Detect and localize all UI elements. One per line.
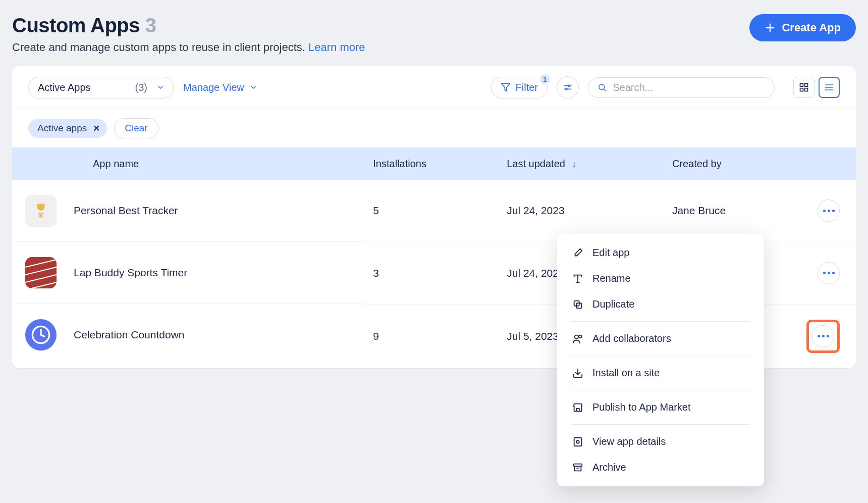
app-icon-clock — [25, 319, 57, 350]
row-actions-button[interactable] — [818, 262, 840, 284]
divider — [784, 78, 784, 96]
search-field[interactable] — [588, 77, 775, 98]
search-input[interactable] — [613, 82, 765, 93]
svg-point-6 — [566, 88, 567, 90]
highlight-annotation — [806, 320, 840, 353]
row-actions-button[interactable] — [812, 325, 834, 347]
created-by: Jane Bruce — [664, 180, 798, 242]
svg-rect-9 — [800, 84, 803, 87]
row-context-menu: Edit app Rename Duplicate Add collaborat… — [557, 234, 764, 486]
filter-chip-active-apps[interactable]: Active apps ✕ — [28, 119, 107, 138]
svg-rect-31 — [574, 464, 582, 466]
page-subtitle: Create and manage custom apps to reuse i… — [12, 41, 365, 54]
sliders-icon — [563, 82, 573, 92]
sort-desc-icon: ↓ — [572, 159, 576, 169]
install-count: 3 — [365, 242, 499, 304]
plus-icon — [765, 22, 776, 33]
users-icon — [572, 333, 583, 344]
remove-chip-icon[interactable]: ✕ — [93, 123, 100, 134]
svg-line-8 — [604, 89, 606, 91]
list-view-toggle[interactable] — [819, 77, 840, 98]
svg-rect-12 — [805, 88, 808, 91]
col-app-name[interactable]: App name — [12, 148, 365, 180]
filter-count-badge: 1 — [539, 73, 551, 85]
menu-publish-market[interactable]: Publish to App Market — [557, 394, 764, 420]
chevron-down-icon — [156, 83, 165, 91]
menu-archive[interactable]: Archive — [557, 455, 764, 480]
more-icon — [823, 210, 835, 212]
last-updated: Jul 24, 2023 — [499, 180, 664, 242]
app-icon-trophy — [25, 195, 57, 226]
svg-rect-10 — [805, 84, 808, 87]
app-icon-track — [25, 257, 57, 288]
table-row[interactable]: Personal Best Tracker 5 Jul 24, 2023 Jan… — [12, 180, 856, 242]
svg-point-30 — [576, 440, 579, 443]
text-icon — [572, 273, 583, 284]
duplicate-icon — [572, 299, 583, 310]
menu-separator — [571, 390, 750, 390]
app-name: Lap Buddy Sports Timer — [74, 267, 187, 279]
app-name: Celebration Countdown — [74, 329, 184, 341]
menu-rename[interactable]: Rename — [557, 266, 764, 291]
grid-icon — [799, 82, 809, 92]
svg-point-4 — [568, 85, 570, 86]
pencil-icon — [572, 247, 583, 259]
settings-sliders-button[interactable] — [557, 76, 579, 98]
svg-point-27 — [579, 335, 582, 338]
more-icon — [818, 335, 829, 337]
page-title: Custom Apps 3 — [12, 14, 365, 37]
menu-view-details[interactable]: View app details — [557, 429, 764, 455]
install-count: 9 — [365, 304, 499, 368]
view-count: (3) — [135, 82, 147, 93]
archive-icon — [572, 462, 583, 473]
store-icon — [572, 402, 583, 413]
create-app-button[interactable]: Create App — [749, 14, 856, 41]
svg-rect-29 — [574, 437, 582, 446]
svg-point-26 — [575, 335, 578, 338]
svg-marker-2 — [501, 84, 510, 91]
install-count: 5 — [365, 180, 499, 242]
svg-rect-11 — [800, 88, 803, 91]
col-created-by[interactable]: Created by — [664, 148, 798, 180]
list-icon — [824, 82, 834, 92]
menu-install-site[interactable]: Install on a site — [557, 360, 764, 386]
search-icon — [598, 82, 607, 92]
row-actions-button[interactable] — [818, 199, 840, 222]
filter-icon — [501, 82, 511, 92]
app-count: 3 — [145, 14, 156, 36]
more-icon — [823, 272, 835, 274]
menu-edit-app[interactable]: Edit app — [557, 240, 764, 266]
menu-duplicate[interactable]: Duplicate — [557, 291, 764, 317]
app-name: Personal Best Tracker — [74, 205, 178, 217]
download-icon — [572, 368, 583, 379]
filter-button[interactable]: Filter 1 — [491, 77, 548, 98]
grid-view-toggle[interactable] — [793, 77, 815, 98]
view-select-dropdown[interactable]: Active Apps (3) — [28, 77, 174, 98]
learn-more-link[interactable]: Learn more — [308, 41, 365, 54]
manage-view-link[interactable]: Manage View — [183, 82, 257, 93]
details-icon — [572, 436, 583, 447]
col-last-updated[interactable]: Last updated ↓ — [499, 148, 664, 180]
menu-separator — [571, 356, 750, 356]
svg-point-7 — [599, 84, 605, 90]
col-installations[interactable]: Installations — [365, 148, 499, 180]
chevron-down-icon — [249, 83, 257, 91]
clear-filters-button[interactable]: Clear — [114, 118, 158, 138]
menu-add-collaborators[interactable]: Add collaborators — [557, 326, 764, 351]
menu-separator — [571, 321, 750, 322]
menu-separator — [571, 424, 750, 425]
